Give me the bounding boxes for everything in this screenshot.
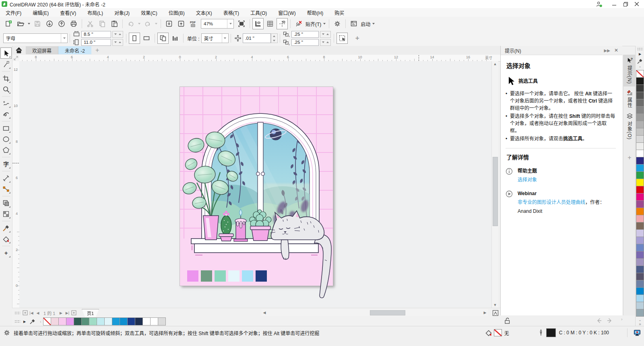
- menu-item-1[interactable]: 编辑(E): [27, 8, 54, 17]
- forward-arrow-icon[interactable]: [606, 317, 613, 324]
- interactive-fill-tool[interactable]: [1, 234, 11, 244]
- docker-close-button[interactable]: ✕: [614, 47, 618, 53]
- swatch-ffffff[interactable]: [636, 150, 644, 157]
- save-button[interactable]: [32, 18, 43, 29]
- doc-swatch-none[interactable]: [43, 317, 51, 325]
- nudge-spinner[interactable]: [271, 33, 278, 43]
- doc-swatch-f2d7e1[interactable]: [51, 317, 59, 325]
- launch-menu-button[interactable]: 启动: [361, 21, 370, 27]
- menu-item-6[interactable]: 位图(B): [163, 8, 190, 17]
- fill-color-swatch[interactable]: [494, 329, 502, 336]
- swatch-9c9c9b[interactable]: [636, 113, 644, 121]
- doc-swatch-dcdcdc[interactable]: [158, 317, 166, 325]
- docpalette-flyout-button[interactable]: ▶: [23, 320, 26, 323]
- doc-swatch-58927b[interactable]: [81, 317, 89, 325]
- zoom-level-combobox[interactable]: 47%: [201, 19, 234, 29]
- swatch-93a7b0[interactable]: [636, 309, 644, 317]
- swatch-6d86c5[interactable]: [636, 244, 644, 251]
- horizontal-ruler[interactable]: 86420246810121416英寸: [19, 55, 500, 62]
- scroll-left-arrow[interactable]: ◀: [262, 311, 267, 315]
- palette-scroll-down[interactable]: ⌄: [638, 318, 642, 322]
- copy-button[interactable]: [97, 18, 108, 29]
- horizontal-scrollbar[interactable]: ◀ ▶: [262, 309, 488, 316]
- swatch-7a68b0[interactable]: [636, 251, 644, 259]
- swatch-9c4a8f[interactable]: [636, 200, 644, 208]
- sign-in-avatar[interactable]: [596, 1, 602, 7]
- docpalette-scroll-right[interactable]: ›: [621, 317, 623, 321]
- ruler-origin[interactable]: [12, 55, 20, 62]
- toggle-rulers-button[interactable]: [252, 18, 264, 29]
- shape-tool[interactable]: [1, 59, 11, 70]
- page-height-field[interactable]: 11.0 ": [81, 39, 111, 46]
- landscape-orientation-button[interactable]: [141, 33, 152, 44]
- duplicate-y-field[interactable]: .25 ": [291, 39, 319, 46]
- doc-swatch-0f8fd0[interactable]: [120, 317, 128, 325]
- swatch-cfc7e7[interactable]: [636, 229, 644, 237]
- tab-welcome-screen[interactable]: 欢迎屏幕: [26, 46, 58, 54]
- portrait-orientation-button[interactable]: [129, 33, 140, 44]
- share-pdf-button[interactable]: PDF: [188, 18, 199, 29]
- docpalette-grip[interactable]: [14, 320, 20, 323]
- scroll-down-arrow[interactable]: ▼: [492, 302, 498, 308]
- transparency-tool[interactable]: [1, 209, 11, 219]
- swatch-1b1b19[interactable]: [636, 77, 644, 85]
- save-to-cloud-button[interactable]: [56, 18, 67, 29]
- swatch-a79fd4[interactable]: [636, 237, 644, 244]
- lock-icon[interactable]: [504, 317, 511, 324]
- doc-swatch-ffffff[interactable]: [150, 317, 158, 325]
- crop-tool[interactable]: [1, 73, 11, 84]
- doc-swatch-2e5c52[interactable]: [74, 317, 82, 325]
- restore-button[interactable]: [620, 0, 631, 8]
- all-pages-button[interactable]: [157, 33, 169, 44]
- nudge-field[interactable]: .01 ": [243, 33, 271, 43]
- scroll-up-arrow[interactable]: ▲: [492, 61, 498, 67]
- display-settings-icon[interactable]: [634, 329, 641, 336]
- document-page[interactable]: [180, 87, 333, 286]
- duplicate-y-spinner[interactable]: [320, 39, 331, 46]
- bottombar-grip[interactable]: [14, 311, 20, 315]
- add-control-button[interactable]: +: [355, 34, 359, 42]
- rectangle-tool[interactable]: [1, 123, 11, 134]
- doc-swatch-1b3d8d[interactable]: [127, 317, 135, 325]
- color-eyedropper-tool[interactable]: [1, 223, 11, 233]
- swatch-2b2a81[interactable]: [636, 157, 644, 165]
- text-tool[interactable]: 字: [1, 159, 11, 169]
- palette-scroll-up[interactable]: ⌃: [638, 66, 642, 70]
- doc-swatch-ffffff[interactable]: [142, 317, 151, 325]
- page-size-preset-combobox[interactable]: 字母: [3, 33, 68, 43]
- options-button[interactable]: [332, 18, 343, 29]
- vertical-scroll-thumb[interactable]: [493, 157, 498, 226]
- docpalette-scroll-left[interactable]: ‹: [40, 319, 41, 324]
- swatch-6d80a4[interactable]: [636, 280, 644, 288]
- swatch-e5097f[interactable]: [636, 193, 644, 201]
- home-icon[interactable]: [15, 47, 23, 54]
- docker-tab-objects[interactable]: 对象(O): [623, 110, 636, 142]
- chevron-down-icon[interactable]: [222, 34, 228, 43]
- add-page-start-button[interactable]: [22, 310, 28, 316]
- swatch-868686[interactable]: [636, 106, 644, 114]
- swatch-ededec[interactable]: [636, 142, 644, 150]
- pick-tool[interactable]: [0, 47, 12, 59]
- open-button[interactable]: [15, 18, 26, 29]
- swatch-1a9fdc[interactable]: [636, 164, 644, 172]
- doc-swatch-1f3050[interactable]: [135, 317, 143, 325]
- menu-item-0[interactable]: 文件(F): [0, 8, 27, 17]
- new-document-button[interactable]: [3, 18, 14, 29]
- add-docker-button[interactable]: +: [623, 142, 636, 164]
- vertical-scrollbar[interactable]: ▲ ▼: [491, 61, 498, 308]
- menu-item-12[interactable]: 购买: [329, 8, 350, 17]
- previous-page-button[interactable]: ◀: [35, 310, 41, 316]
- back-arrow-icon[interactable]: [596, 317, 603, 324]
- menu-item-5[interactable]: 效果(C): [135, 8, 163, 17]
- first-page-button[interactable]: |◀: [28, 310, 35, 316]
- swatch-ffec00[interactable]: [636, 179, 644, 186]
- toggle-grid-button[interactable]: [264, 18, 276, 29]
- connector-tool[interactable]: [1, 184, 11, 194]
- fullscreen-preview-button[interactable]: [236, 18, 247, 29]
- doc-swatch-e89ef1[interactable]: [66, 317, 74, 325]
- menu-item-4[interactable]: 对象(J): [109, 8, 135, 17]
- docpalette-eyedropper-icon[interactable]: [29, 318, 36, 325]
- duplicate-x-spinner[interactable]: [320, 31, 331, 38]
- document-navigator-button[interactable]: [492, 309, 499, 317]
- palette-grip[interactable]: [637, 47, 643, 51]
